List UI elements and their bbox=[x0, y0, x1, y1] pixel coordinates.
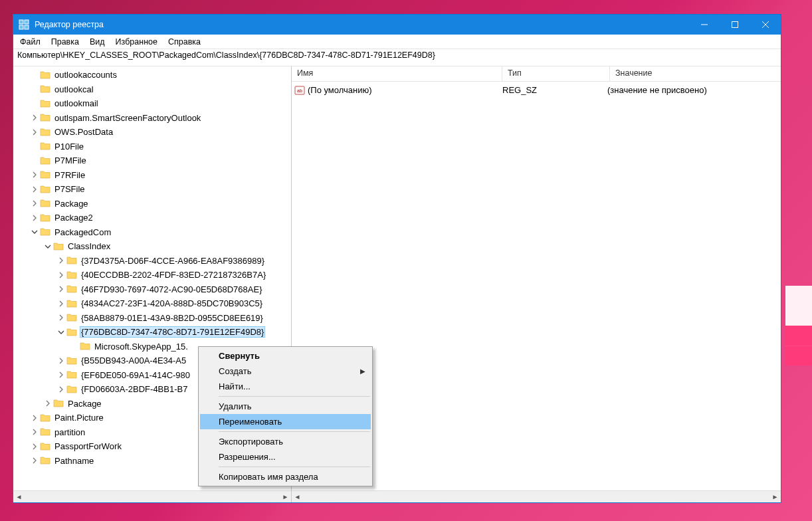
close-button[interactable] bbox=[750, 15, 781, 35]
ctx-find[interactable]: Найти... bbox=[200, 379, 371, 394]
expand-toggle[interactable] bbox=[29, 200, 40, 207]
folder-icon bbox=[40, 413, 51, 423]
string-value-icon: ab bbox=[294, 85, 305, 96]
svg-rect-0 bbox=[19, 20, 23, 24]
expand-toggle[interactable] bbox=[56, 286, 66, 292]
tree-item-label: {EF6DE050-69A1-414C-980 bbox=[80, 369, 191, 381]
tree-item[interactable]: {776DBC8D-7347-478C-8D71-791E12EF49D8} bbox=[13, 325, 291, 340]
expand-toggle[interactable] bbox=[56, 329, 66, 336]
ctx-collapse[interactable]: Свернуть bbox=[200, 348, 371, 364]
submenu-arrow-icon: ▶ bbox=[360, 367, 365, 375]
tree-item[interactable]: {58AB8879-01E1-43A9-8B2D-0955CD8EE619} bbox=[13, 311, 291, 326]
window-title: Редактор реестра bbox=[35, 20, 689, 29]
tree-item-label: P10File bbox=[53, 141, 85, 152]
expand-toggle[interactable] bbox=[29, 229, 40, 235]
folder-icon bbox=[66, 270, 77, 280]
menu-help[interactable]: Справка bbox=[163, 36, 206, 48]
tree-item[interactable]: OWS.PostData bbox=[13, 125, 291, 140]
tree-item-label: PassportForWork bbox=[53, 441, 123, 452]
expand-toggle[interactable] bbox=[29, 457, 40, 464]
tree-item-label: Pathname bbox=[53, 455, 95, 467]
maximize-button[interactable] bbox=[720, 15, 750, 35]
tree-item[interactable]: outlookaccounts bbox=[13, 68, 291, 82]
folder-icon bbox=[40, 156, 51, 166]
folder-icon bbox=[40, 141, 51, 152]
tree-item[interactable]: P7RFile bbox=[13, 168, 291, 183]
tree-item[interactable]: {40ECCDBB-2202-4FDF-83ED-272187326B7A} bbox=[13, 268, 291, 282]
folder-icon bbox=[40, 127, 51, 138]
tree-item-label: {46F7D930-7697-4072-AC90-0E5D68D768AE} bbox=[80, 284, 263, 295]
menu-edit[interactable]: Правка bbox=[46, 36, 84, 48]
expand-toggle[interactable] bbox=[29, 429, 40, 435]
tree-item-label: Microsoft.SkypeApp_15. bbox=[93, 341, 189, 352]
address-bar[interactable]: Компьютер\HKEY_CLASSES_ROOT\PackagedCom\… bbox=[13, 49, 781, 66]
column-type[interactable]: Тип bbox=[502, 66, 610, 81]
column-name[interactable]: Имя bbox=[292, 66, 502, 81]
ctx-rename[interactable]: Переименовать bbox=[200, 414, 371, 429]
folder-icon bbox=[40, 213, 51, 223]
svg-text:ab: ab bbox=[297, 88, 302, 93]
tree-item-label: {FD06603A-2BDF-4BB1-B7 bbox=[80, 383, 189, 395]
expand-toggle[interactable] bbox=[29, 415, 40, 421]
folder-icon bbox=[40, 455, 51, 466]
folder-icon bbox=[66, 369, 77, 380]
expand-toggle[interactable] bbox=[56, 371, 66, 378]
tree-item[interactable]: Package2 bbox=[13, 211, 291, 225]
folder-icon bbox=[66, 312, 77, 323]
folder-icon bbox=[40, 98, 51, 109]
menu-file[interactable]: Файл bbox=[15, 36, 46, 48]
folder-icon bbox=[66, 356, 77, 366]
tree-item[interactable]: {46F7D930-7697-4072-AC90-0E5D68D768AE} bbox=[13, 282, 291, 297]
expand-toggle[interactable] bbox=[43, 400, 53, 407]
expand-toggle[interactable] bbox=[43, 243, 53, 250]
folder-icon bbox=[53, 398, 64, 409]
tree-item[interactable]: ClassIndex bbox=[13, 239, 291, 254]
expand-toggle[interactable] bbox=[56, 358, 66, 364]
tree-item[interactable]: P10File bbox=[13, 140, 291, 154]
svg-rect-3 bbox=[25, 25, 29, 29]
tree-item-label: outlookcal bbox=[53, 84, 95, 95]
folder-icon bbox=[40, 84, 51, 94]
menu-view[interactable]: Вид bbox=[84, 36, 110, 48]
expand-toggle[interactable] bbox=[56, 257, 66, 264]
tree-item[interactable]: P7SFile bbox=[13, 182, 291, 197]
tree-item[interactable]: outlookmail bbox=[13, 96, 291, 111]
menu-favorites[interactable]: Избранное bbox=[110, 36, 163, 48]
column-value[interactable]: Значение bbox=[610, 66, 781, 81]
ctx-delete[interactable]: Удалить bbox=[200, 399, 371, 414]
svg-rect-2 bbox=[19, 25, 23, 29]
tree-item[interactable]: outlspam.SmartScreenFactoryOutlook bbox=[13, 111, 291, 126]
expand-toggle[interactable] bbox=[29, 129, 40, 136]
list-horizontal-scrollbar[interactable]: ◄► bbox=[292, 490, 781, 502]
tree-item[interactable]: {4834AC27-23F1-420A-888D-85DC70B903C5} bbox=[13, 296, 291, 311]
expand-toggle[interactable] bbox=[29, 114, 40, 121]
ctx-export[interactable]: Экспортировать bbox=[200, 434, 371, 449]
tree-horizontal-scrollbar[interactable]: ◄► bbox=[13, 490, 291, 502]
ctx-permissions[interactable]: Разрешения... bbox=[200, 449, 371, 465]
tree-item-label: {40ECCDBB-2202-4FDF-83ED-272187326B7A} bbox=[80, 269, 267, 280]
tree-item[interactable]: outlookcal bbox=[13, 82, 291, 97]
tree-item[interactable]: P7MFile bbox=[13, 154, 291, 168]
tree-item[interactable]: Package bbox=[13, 197, 291, 211]
title-bar[interactable]: Редактор реестра bbox=[13, 15, 781, 35]
expand-toggle[interactable] bbox=[29, 171, 40, 178]
list-header[interactable]: Имя Тип Значение bbox=[292, 66, 781, 82]
expand-toggle[interactable] bbox=[56, 272, 66, 278]
expand-toggle[interactable] bbox=[56, 386, 66, 393]
tree-item-label: {37D4375A-D06F-4CCE-A966-EA8AF9386989} bbox=[80, 255, 266, 266]
expand-toggle[interactable] bbox=[29, 186, 40, 193]
tree-item[interactable]: PackagedCom bbox=[13, 225, 291, 240]
expand-toggle[interactable] bbox=[29, 215, 40, 221]
tree-item-label: outlookmail bbox=[53, 98, 100, 109]
expand-toggle[interactable] bbox=[56, 300, 66, 307]
tree-item-label: Paint.Picture bbox=[53, 412, 105, 423]
list-row[interactable]: ab (По умолчанию) REG_SZ (значение не пр… bbox=[292, 83, 781, 97]
tree-item[interactable]: {37D4375A-D06F-4CCE-A966-EA8AF9386989} bbox=[13, 254, 291, 268]
tree-item-label: {B55DB943-A00A-4E34-A5 bbox=[80, 355, 187, 366]
expand-toggle[interactable] bbox=[29, 443, 40, 450]
ctx-copy-key-name[interactable]: Копировать имя раздела bbox=[200, 469, 371, 484]
expand-toggle[interactable] bbox=[56, 314, 66, 321]
folder-icon bbox=[66, 298, 77, 309]
minimize-button[interactable] bbox=[689, 15, 720, 35]
ctx-new[interactable]: Создать▶ bbox=[200, 364, 371, 379]
